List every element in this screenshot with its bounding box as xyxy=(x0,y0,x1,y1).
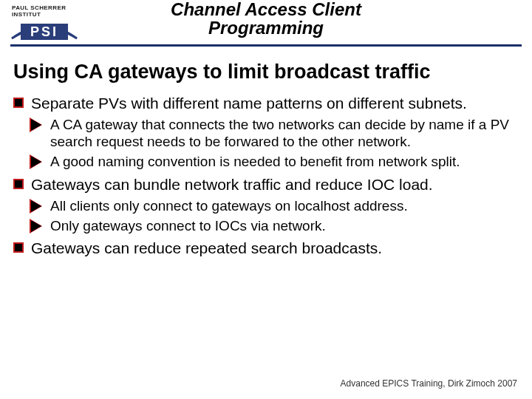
square-bullet-icon xyxy=(13,179,24,189)
section-heading: Using CA gateways to limit broadcast tra… xyxy=(13,61,519,83)
slide: PAUL SCHERRER INSTITUT PSI Channel Acces… xyxy=(0,0,532,399)
slide-header: PAUL SCHERRER INSTITUT PSI Channel Acces… xyxy=(0,0,532,47)
triangle-bullet-icon xyxy=(31,156,41,168)
title-line-1: Channel Access Client xyxy=(0,0,532,18)
slide-title: Channel Access Client Programming xyxy=(0,0,532,37)
logo-psi-text-icon: PSI xyxy=(21,24,68,40)
square-bullet-icon xyxy=(13,242,24,253)
bullet-text: A good naming convention is needed to be… xyxy=(50,154,460,169)
list-item: A good naming convention is needed to be… xyxy=(31,154,519,171)
list-item: A CA gateway that connects the two netwo… xyxy=(31,117,519,151)
list-item: All clients only connect to gateways on … xyxy=(31,198,519,215)
triangle-bullet-icon xyxy=(31,200,41,212)
bullet-text: Only gateways connect to IOCs via networ… xyxy=(50,218,326,233)
slide-footer: Advanced EPICS Training, Dirk Zimoch 200… xyxy=(341,378,517,389)
svg-text:PSI: PSI xyxy=(30,24,58,39)
triangle-bullet-icon xyxy=(31,119,41,131)
bullet-text: Gateways can reduce repeated search broa… xyxy=(31,239,382,256)
header-divider xyxy=(10,44,522,47)
list-item: Gateways can bundle network traffic and … xyxy=(13,175,519,235)
list-item: Gateways can reduce repeated search broa… xyxy=(13,239,519,257)
bullet-text: A CA gateway that connects the two netwo… xyxy=(50,117,509,149)
title-line-2: Programming xyxy=(0,18,532,37)
list-item: Only gateways connect to IOCs via networ… xyxy=(31,218,519,235)
bullet-text: Separate PVs with different name pattern… xyxy=(31,95,467,112)
sub-list: All clients only connect to gateways on … xyxy=(31,198,519,235)
bullet-list: Separate PVs with different name pattern… xyxy=(13,94,519,258)
triangle-bullet-icon xyxy=(31,220,41,232)
logo-graphic: PSI xyxy=(10,19,78,44)
slide-content: Using CA gateways to limit broadcast tra… xyxy=(13,61,519,262)
institute-name: PAUL SCHERRER INSTITUT xyxy=(10,4,78,19)
bullet-text: All clients only connect to gateways on … xyxy=(50,198,408,214)
bullet-text: Gateways can bundle network traffic and … xyxy=(31,176,433,193)
psi-logo: PAUL SCHERRER INSTITUT PSI xyxy=(10,4,78,43)
sub-list: A CA gateway that connects the two netwo… xyxy=(31,117,519,170)
list-item: Separate PVs with different name pattern… xyxy=(13,94,519,171)
square-bullet-icon xyxy=(13,98,24,108)
